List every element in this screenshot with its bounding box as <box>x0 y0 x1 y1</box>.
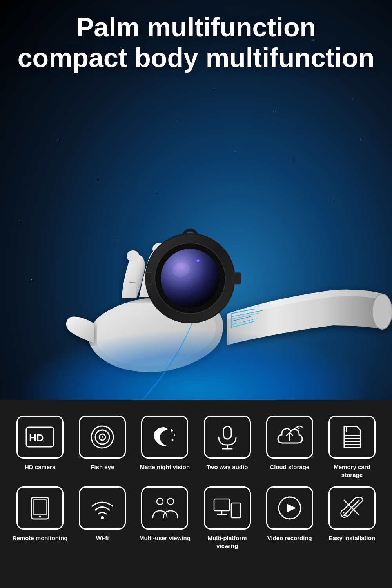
svg-rect-12 <box>145 272 152 284</box>
two-way-audio-icon-box <box>204 416 251 459</box>
svg-point-1 <box>372 294 392 329</box>
svg-rect-13 <box>234 272 241 284</box>
svg-point-2 <box>127 250 139 261</box>
video-recording-icon-box <box>266 486 313 530</box>
night-vision-icon <box>149 423 180 451</box>
multi-user-label: Multi-user viewing <box>139 534 191 542</box>
svg-rect-50 <box>34 500 46 515</box>
multi-platform-label: Multi-platform viewing <box>199 534 256 550</box>
hd-camera-label: HD camera <box>25 463 55 471</box>
hero-title: Palm multifunction compact body multifun… <box>0 12 392 73</box>
cloud-storage-icon-box <box>266 416 313 459</box>
feature-multi-user: Multi-user viewing <box>136 486 193 550</box>
svg-text:HD: HD <box>29 432 44 444</box>
easy-installation-icon <box>336 494 368 522</box>
wifi-icon-box <box>79 486 126 530</box>
svg-rect-41 <box>223 426 231 439</box>
feature-remote-monitoring: Remote monitoning <box>12 486 68 550</box>
night-vision-label: Matte night vision <box>140 463 190 471</box>
feature-video-recording: Video recording <box>261 486 318 550</box>
svg-point-37 <box>102 436 103 438</box>
memory-card-label: Memory card storage <box>324 463 380 479</box>
hd-camera-icon: HD <box>24 423 56 451</box>
svg-point-40 <box>172 439 174 441</box>
cloud-storage-icon <box>274 423 305 451</box>
two-way-audio-icon <box>212 423 243 451</box>
features-section: HD HD camera Fish eye <box>0 400 392 588</box>
feature-easy-installation: Easy installation <box>324 486 380 550</box>
wifi-label: Wi-fi <box>96 534 109 542</box>
fish-eye-icon-box <box>79 416 126 459</box>
multi-platform-icon <box>212 494 243 522</box>
cloud-storage-label: Cloud storage <box>270 463 309 471</box>
feature-wifi: Wi-fi <box>74 486 131 550</box>
night-vision-icon-box <box>141 416 188 459</box>
feature-cloud-storage: Cloud storage <box>261 416 318 479</box>
multi-user-icon-box <box>141 486 188 530</box>
features-grid: HD HD camera Fish eye <box>12 416 380 550</box>
memory-card-icon <box>336 423 368 451</box>
memory-card-icon-box <box>328 416 376 459</box>
svg-point-16 <box>161 249 220 308</box>
remote-monitoring-label: Remote monitoning <box>13 534 68 542</box>
robot-arm-svg <box>0 125 392 400</box>
fish-eye-label: Fish eye <box>91 463 114 471</box>
svg-point-51 <box>39 516 41 518</box>
multi-user-icon <box>149 494 180 522</box>
svg-marker-61 <box>287 504 296 512</box>
feature-hd-camera: HD HD camera <box>12 416 68 479</box>
multi-platform-icon-box <box>204 486 251 530</box>
feature-night-vision: Matte night vision <box>136 416 193 479</box>
svg-point-20 <box>197 260 199 262</box>
two-way-audio-label: Two way audio <box>207 463 248 471</box>
svg-point-62 <box>289 518 290 519</box>
remote-monitoring-icon <box>24 494 56 522</box>
robot-visual <box>0 125 392 400</box>
easy-installation-label: Easy installation <box>329 534 375 542</box>
fish-eye-icon <box>87 423 118 451</box>
video-recording-label: Video recording <box>267 534 312 542</box>
svg-point-0 <box>0 341 392 400</box>
hero-title-line2: compact body multifunction <box>18 43 374 73</box>
video-recording-icon <box>274 494 305 522</box>
feature-two-way-audio: Two way audio <box>199 416 256 479</box>
wifi-icon <box>87 494 118 522</box>
svg-point-38 <box>171 429 173 432</box>
feature-multi-platform: Multi-platform viewing <box>199 486 256 550</box>
svg-point-54 <box>167 498 174 505</box>
remote-monitoring-icon-box <box>16 486 64 530</box>
feature-fish-eye: Fish eye <box>74 416 131 479</box>
svg-rect-55 <box>214 499 230 511</box>
feature-memory-card: Memory card storage <box>324 416 380 479</box>
svg-point-53 <box>157 498 163 505</box>
svg-point-39 <box>174 434 175 436</box>
easy-installation-icon-box <box>328 486 376 530</box>
hd-camera-icon-box: HD <box>16 416 64 459</box>
hero-title-line1: Palm multifunction <box>76 12 316 42</box>
hero-section: Palm multifunction compact body multifun… <box>0 0 392 400</box>
svg-point-52 <box>101 516 104 519</box>
